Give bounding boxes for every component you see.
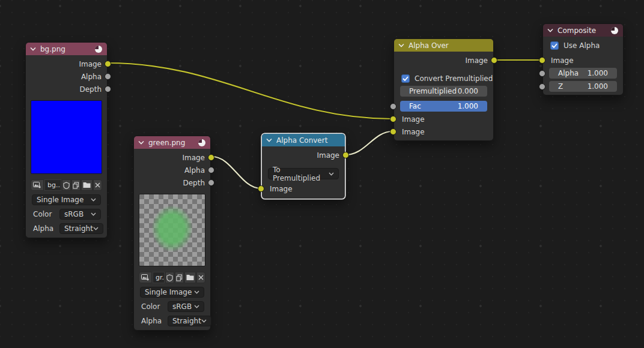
socket-alpha-output[interactable] xyxy=(105,73,111,80)
premultiplied-row: Premultiplied 0.000 xyxy=(394,86,493,97)
link-alphaconvert-to-alphaover xyxy=(346,131,392,155)
output-alpha: Alpha xyxy=(134,164,210,176)
node-title: Alpha Over xyxy=(409,41,489,50)
folder-icon[interactable] xyxy=(184,272,196,283)
socket-fac-input[interactable] xyxy=(390,103,396,110)
image-browse-icon[interactable] xyxy=(139,272,152,283)
socket-image-input[interactable] xyxy=(258,185,264,192)
socket-depth-output[interactable] xyxy=(105,86,111,92)
shield-icon[interactable] xyxy=(165,272,174,283)
source-row: Single Image xyxy=(32,194,101,205)
node-alpha-convert[interactable]: Alpha Convert Image To Premultiplied Ima… xyxy=(261,133,345,199)
node-image-bg[interactable]: bg.png Image Alpha Depth bg... xyxy=(25,42,108,238)
socket-image-output[interactable] xyxy=(105,61,111,67)
alpha-convert-mode-dropdown[interactable]: To Premultiplied xyxy=(268,168,339,179)
input-image: Image xyxy=(543,54,623,67)
chevron-down-icon xyxy=(93,227,99,230)
x-icon[interactable] xyxy=(196,272,205,283)
socket-alpha-output[interactable] xyxy=(208,167,214,173)
shield-icon[interactable] xyxy=(62,179,71,191)
chevron-down-icon[interactable] xyxy=(547,28,553,32)
node-title: Alpha Convert xyxy=(276,136,341,145)
image-name-field[interactable]: gr... xyxy=(153,272,165,283)
fac-slider[interactable]: Fac 1.000 xyxy=(400,101,487,112)
socket-alpha-input[interactable] xyxy=(539,70,545,77)
node-header[interactable]: Alpha Over xyxy=(394,39,493,52)
source-row: Single Image xyxy=(140,287,204,298)
input-image-1: Image xyxy=(394,113,493,125)
folder-icon[interactable] xyxy=(81,179,93,191)
check-icon xyxy=(402,76,409,81)
chevron-down-icon xyxy=(194,305,199,308)
node-header[interactable]: Composite xyxy=(543,24,623,37)
chevron-down-icon xyxy=(91,212,96,216)
node-alpha-over[interactable]: Alpha Over Image Convert Premultiplied P… xyxy=(393,38,494,141)
image-browse-icon[interactable] xyxy=(31,179,44,191)
alpha-slider[interactable]: Alpha 1.000 xyxy=(549,68,617,79)
socket-image-input[interactable] xyxy=(539,57,545,64)
input-image-2: Image xyxy=(394,125,493,138)
output-image: Image xyxy=(26,58,107,70)
green-circle xyxy=(151,205,193,253)
source-dropdown[interactable]: Single Image xyxy=(140,287,204,298)
chevron-down-icon[interactable] xyxy=(138,140,144,145)
fac-row: Fac 1.000 xyxy=(394,101,493,112)
contrast-sphere-icon[interactable] xyxy=(198,139,206,147)
socket-image-output[interactable] xyxy=(208,154,214,161)
socket-depth-output[interactable] xyxy=(208,179,214,186)
node-header[interactable]: Alpha Convert xyxy=(262,134,345,146)
socket-z-input[interactable] xyxy=(539,83,545,90)
chevron-down-icon[interactable] xyxy=(266,138,272,142)
image-name-field[interactable]: bg... xyxy=(44,179,61,191)
alpha-mode-dropdown[interactable]: Straight xyxy=(59,223,103,234)
contrast-sphere-icon[interactable] xyxy=(94,45,103,53)
convert-premultiplied-checkbox[interactable] xyxy=(401,74,410,83)
link-green-to-alphaconvert xyxy=(212,157,261,188)
socket-image2-input[interactable] xyxy=(390,128,396,135)
color-space-row: Color sRGB xyxy=(32,209,101,220)
color-space-dropdown[interactable]: sRGB xyxy=(59,209,101,220)
node-header[interactable]: bg.png xyxy=(26,43,107,55)
x-icon[interactable] xyxy=(93,179,102,191)
node-header[interactable]: green.png xyxy=(134,136,210,149)
chevron-down-icon xyxy=(91,198,96,202)
copy-icon[interactable] xyxy=(175,272,184,283)
contrast-sphere-icon[interactable] xyxy=(610,26,619,35)
image-preview-blue xyxy=(31,100,102,174)
chevron-down-icon xyxy=(194,290,199,294)
socket-image1-input[interactable] xyxy=(390,116,396,122)
alpha-mode-dropdown[interactable]: Straight xyxy=(168,316,211,326)
copy-icon[interactable] xyxy=(71,179,80,191)
input-image: Image xyxy=(262,182,345,195)
output-image: Image xyxy=(394,54,493,67)
output-alpha: Alpha xyxy=(26,70,107,83)
z-row: Z 1.000 xyxy=(543,81,623,92)
image-preview-checker xyxy=(139,194,205,266)
socket-image-output[interactable] xyxy=(491,57,497,64)
node-title: Composite xyxy=(557,26,606,35)
output-image: Image xyxy=(262,149,345,161)
chevron-down-icon[interactable] xyxy=(30,47,36,51)
use-alpha-checkbox[interactable] xyxy=(550,41,559,50)
premultiplied-slider[interactable]: Premultiplied 0.000 xyxy=(400,86,487,97)
chevron-down-icon[interactable] xyxy=(398,43,404,47)
link-bg-to-alphaover xyxy=(108,63,392,119)
color-space-dropdown[interactable]: sRGB xyxy=(168,301,204,312)
chevron-down-icon xyxy=(201,319,207,323)
socket-image-output[interactable] xyxy=(342,152,349,158)
convert-premultiplied-row: Convert Premultiplied xyxy=(394,72,493,85)
output-depth: Depth xyxy=(26,83,107,95)
use-alpha-row: Use Alpha xyxy=(543,39,623,52)
mode-row: To Premultiplied xyxy=(268,168,339,179)
node-composite[interactable]: Composite Use Alpha Image Alpha 1.000 Z xyxy=(542,23,624,95)
color-space-row: Color sRGB xyxy=(140,301,204,312)
source-dropdown[interactable]: Single Image xyxy=(32,194,101,205)
alpha-row: Alpha 1.000 xyxy=(543,68,623,79)
image-datablock-row: gr... xyxy=(139,272,205,283)
chevron-down-icon xyxy=(329,172,334,176)
z-slider[interactable]: Z 1.000 xyxy=(549,81,617,92)
image-datablock-row: bg... xyxy=(31,179,102,191)
node-title: green.png xyxy=(148,139,193,147)
node-image-green[interactable]: green.png Image Alpha Depth gr... xyxy=(133,136,211,331)
check-icon xyxy=(551,43,557,48)
